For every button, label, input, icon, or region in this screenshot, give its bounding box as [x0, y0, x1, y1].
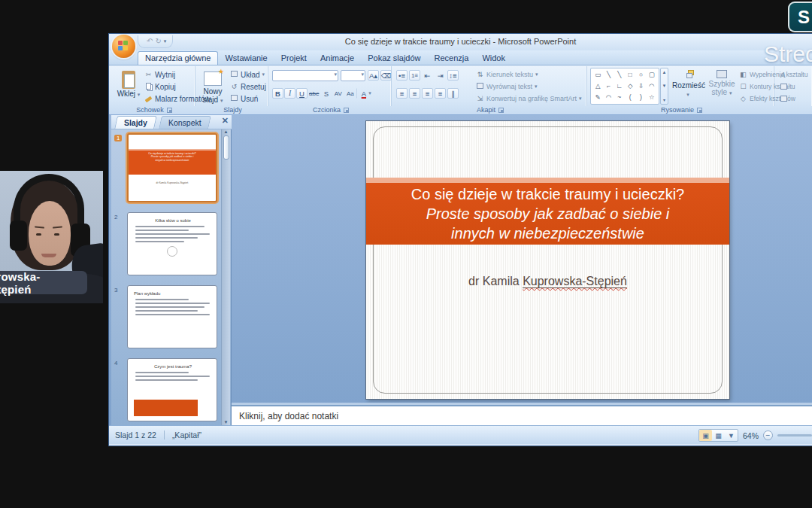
font-color-arrow-icon[interactable]: ▾ [368, 90, 371, 96]
change-case-button[interactable]: Aa [344, 88, 356, 99]
zoom-out-button[interactable]: − [763, 430, 773, 440]
group-schowek: Wklej ▾ ✂Wytnij Kopiuj Malarz formatów [113, 66, 195, 106]
bold-button[interactable]: B [272, 88, 283, 99]
slide-number: 4 [114, 360, 117, 367]
slide-sorter-button[interactable]: ▦ [712, 430, 725, 441]
align-center-button[interactable]: ≡ [409, 88, 420, 99]
numbering-button[interactable]: 1≡ [409, 70, 420, 81]
notes-pane[interactable]: Kliknij, aby dodać notatki [232, 405, 812, 425]
thumbnail-preview: Co się dzieje w trakcie traumy i ucieczk… [127, 133, 217, 202]
thumbnail-preview: Plan wykładu [127, 285, 217, 348]
qat-customize-arrow-icon[interactable]: ▾ [164, 38, 167, 44]
justify-button[interactable]: ≡ [435, 88, 446, 99]
slideshow-button[interactable]: ▼ [725, 430, 738, 441]
new-slide-icon [204, 71, 222, 86]
participant-name-label: prowska-Stępień [0, 271, 87, 294]
bullets-button[interactable]: •≡ [396, 70, 408, 81]
slide-thumbnail-3[interactable]: 3 Plan wykładu [111, 285, 221, 348]
columns-button[interactable]: ∥ [447, 88, 459, 99]
mini-author: dr Kamila Kuprowska-Stępień [129, 180, 216, 189]
replace-button[interactable] [780, 81, 787, 93]
character-spacing-button[interactable]: AV [332, 88, 344, 99]
tab-animacje[interactable]: Animacje [314, 52, 361, 65]
italic-button[interactable]: I [284, 88, 295, 99]
convert-smartart-button[interactable]: ⇲Konwertuj na grafikę SmartArt ▾ [476, 93, 582, 105]
redo-button[interactable]: ↻ [155, 38, 161, 45]
group-label-akapit: Akapit [393, 106, 587, 115]
align-text-icon [476, 83, 484, 90]
quick-styles-button[interactable]: Szybkiestyle ▾ [706, 69, 738, 103]
clear-formatting-button[interactable]: ⌫ [380, 70, 392, 81]
underline-button[interactable]: U [296, 88, 308, 99]
tab-wstawianie[interactable]: Wstawianie [218, 52, 274, 65]
scrollbar-thumb[interactable] [223, 135, 229, 160]
scroll-down-icon[interactable]: ▼ [224, 420, 229, 424]
group-akapit: •≡ 1≡ ⇤ ⇥ ↕≡ ≡ ≡ ≡ ≡ ∥ ⇅Kierunek tekstu … [393, 66, 587, 106]
window-title: Co się dzieje w trakcie traumy i ucieczk… [109, 37, 812, 46]
cut-button[interactable]: ✂Wytnij [144, 68, 175, 81]
line-spacing-button[interactable]: ↕≡ [447, 70, 459, 81]
text-shadow-button[interactable]: S [320, 88, 332, 99]
arrange-button[interactable]: Rozmieść▾ [671, 69, 704, 103]
slide-subtitle-placeholder[interactable]: dr Kamila Kuprowska-Stępień [366, 274, 729, 288]
delete-slide-button[interactable]: Usuń [230, 93, 258, 105]
normal-view-button[interactable]: ▣ [699, 430, 712, 441]
tab-narzedzia-glowne[interactable]: Narzędzia główne [138, 51, 218, 65]
panel-tab-konspekt[interactable]: Konspekt [159, 116, 211, 129]
paste-button[interactable]: Wklej ▾ [114, 68, 143, 105]
shapes-gallery[interactable]: ▭╲╲□○▢ △⌐∟◇⇩◠ ✎◠~()☆ [590, 68, 659, 105]
strikethrough-button[interactable]: abe [308, 88, 320, 99]
slide-theme-frame [373, 126, 723, 394]
align-right-button[interactable]: ≡ [422, 88, 433, 99]
tab-projekt[interactable]: Projekt [274, 52, 314, 65]
workspace: Slajdy Konspekt ✕ 1 Co się dzieje w trak… [109, 115, 812, 425]
office-button[interactable] [112, 35, 135, 58]
align-left-button[interactable]: ≡ [396, 88, 408, 99]
shape-outline-icon: ☐ [739, 83, 747, 90]
ribbon: Wklej ▾ ✂Wytnij Kopiuj Malarz formatów S… [109, 65, 812, 115]
align-text-button[interactable]: Wyrównaj tekst ▾ [476, 81, 537, 93]
panel-tab-slajdy[interactable]: Slajdy [114, 116, 157, 129]
tab-recenzja[interactable]: Recenzja [428, 52, 476, 65]
zoom-slider[interactable] [777, 434, 812, 437]
layout-button[interactable]: Układ ▾ [230, 68, 265, 81]
schowek-dialog-launcher[interactable] [167, 108, 172, 113]
tab-pokaz-slajdow[interactable]: Pokaz slajdów [361, 52, 427, 65]
thumbnails-scrollbar[interactable]: ▲ ▼ [221, 129, 230, 425]
increase-indent-button[interactable]: ⇥ [435, 70, 446, 81]
new-slide-button[interactable]: Nowyslajd ▾ [198, 68, 227, 105]
font-size-combo[interactable] [341, 70, 365, 81]
find-button[interactable]: A [780, 68, 786, 81]
select-button[interactable] [780, 93, 787, 105]
group-label-czcionka: Czcionka [270, 106, 392, 115]
rysowanie-dialog-launcher[interactable] [697, 108, 702, 113]
slide-thumbnail-2[interactable]: 2 Kilka słów o sobie [111, 212, 221, 275]
title-bar: Co się dzieje w trakcie traumy i ucieczk… [109, 34, 812, 50]
slide-thumbnail-4[interactable]: 4 Czym jest trauma? [111, 358, 221, 421]
text-direction-button[interactable]: ⇅Kierunek tekstu ▾ [476, 68, 538, 81]
slide-title-line2: Proste sposoby jak zadbać o siebie i [366, 204, 729, 224]
app-badge-icon[interactable]: S [788, 2, 812, 32]
slide-title-placeholder[interactable]: Co się dzieje w trakcie traumy i ucieczk… [366, 178, 729, 245]
shape-effects-icon: ◇ [739, 95, 747, 102]
shapes-gallery-scrollbar[interactable]: ▲▼▾ [660, 68, 668, 105]
font-color-button[interactable]: A [356, 88, 368, 99]
zoom-level[interactable]: 64% [743, 431, 759, 440]
slide-canvas[interactable]: Co się dzieje w trakcie traumy i ucieczk… [366, 121, 729, 399]
tab-widok[interactable]: Widok [475, 52, 512, 65]
grow-font-button[interactable]: A▴ [368, 70, 379, 81]
quick-styles-icon [717, 70, 727, 78]
copy-button[interactable]: Kopiuj [144, 81, 176, 93]
akapit-dialog-launcher[interactable] [498, 108, 504, 113]
scroll-up-icon[interactable]: ▲ [224, 129, 229, 134]
reset-button[interactable]: ↺Resetuj [230, 81, 266, 93]
slide-thumbnail-1[interactable]: 1 Co się dzieje w trakcie traumy i uciec… [111, 133, 221, 202]
copy-icon [144, 83, 153, 91]
panel-close-icon[interactable]: ✕ [222, 117, 229, 125]
czcionka-dialog-launcher[interactable] [344, 108, 349, 113]
font-name-combo[interactable] [272, 70, 338, 81]
mini-orange-box [134, 400, 198, 416]
quick-access-toolbar: ↶ ↻ ▾ [138, 35, 173, 48]
office-logo-icon [118, 41, 129, 51]
decrease-indent-button[interactable]: ⇤ [422, 70, 433, 81]
